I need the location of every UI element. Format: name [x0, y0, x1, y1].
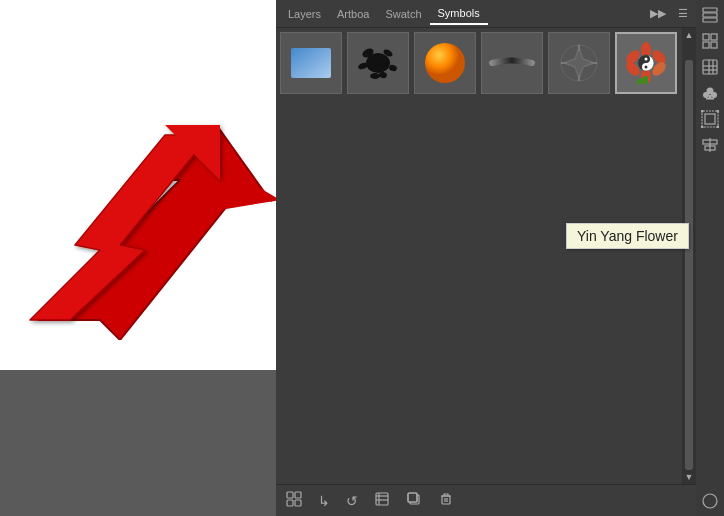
place-symbol-button[interactable]: ↳: [314, 491, 334, 511]
panel-toolbar: ↳ ↺: [276, 484, 696, 516]
circle-tool-button[interactable]: [699, 490, 721, 512]
main-container: Layers Artboa Swatch Symbols ▶▶ ☰: [0, 0, 724, 516]
canvas-area: [0, 0, 276, 516]
symbol-black-splat[interactable]: [347, 32, 409, 94]
svg-rect-46: [703, 8, 717, 12]
svg-point-60: [711, 92, 717, 98]
replace-symbol-button[interactable]: ↺: [342, 491, 362, 511]
far-right-toolbar: [696, 0, 724, 516]
symbols-panel: Layers Artboa Swatch Symbols ▶▶ ☰: [276, 0, 696, 516]
delete-symbol-button[interactable]: [434, 489, 458, 512]
symbol-brush-stroke[interactable]: [481, 32, 543, 94]
tab-swatches[interactable]: Swatch: [377, 4, 429, 24]
symbol-libraries-button[interactable]: [282, 489, 306, 512]
scrollbar[interactable]: ▲ ▼: [682, 28, 696, 484]
svg-marker-20: [564, 48, 594, 78]
svg-rect-49: [703, 34, 709, 40]
red-arrow: [20, 120, 270, 330]
svg-marker-2: [30, 135, 210, 320]
svg-rect-53: [703, 60, 717, 74]
transform-tool-button[interactable]: [699, 108, 721, 130]
break-link-button[interactable]: [370, 489, 394, 512]
svg-rect-6: [291, 48, 331, 78]
svg-rect-32: [287, 492, 293, 498]
svg-point-72: [703, 494, 717, 508]
expand-panels-button[interactable]: ▶▶: [646, 5, 670, 22]
symbol-star-ring[interactable]: [548, 32, 610, 94]
svg-rect-64: [705, 114, 715, 124]
svg-rect-33: [295, 492, 301, 498]
symbol-tooltip: Yin Yang Flower: [566, 223, 689, 249]
symbols-grid-container: ▲ ▼ Yin Yang Flower: [276, 28, 696, 484]
tab-layers[interactable]: Layers: [280, 4, 329, 24]
svg-point-14: [425, 43, 465, 83]
svg-point-31: [645, 66, 648, 69]
svg-rect-48: [703, 18, 717, 22]
align-tool-button[interactable]: [699, 134, 721, 156]
clubs-tool-button[interactable]: [699, 82, 721, 104]
grid-tool-button[interactable]: [699, 56, 721, 78]
svg-rect-62: [706, 98, 714, 100]
panel-menu-button[interactable]: ☰: [674, 5, 692, 22]
svg-point-12: [370, 73, 380, 79]
symbols-grid: [276, 28, 696, 98]
svg-rect-41: [408, 493, 417, 502]
layers-tool-button[interactable]: [699, 4, 721, 26]
svg-rect-50: [711, 34, 717, 40]
svg-point-65: [701, 110, 704, 113]
svg-point-30: [645, 58, 648, 61]
svg-rect-43: [442, 496, 450, 504]
tab-artboards[interactable]: Artboa: [329, 4, 377, 24]
svg-rect-52: [711, 42, 717, 48]
symbol-brush-gradient[interactable]: [280, 32, 342, 94]
svg-rect-51: [703, 42, 709, 48]
artboard-tool-button[interactable]: [699, 30, 721, 52]
svg-rect-36: [376, 493, 388, 505]
svg-rect-47: [703, 13, 717, 17]
arrow-indicator: [20, 120, 276, 340]
tab-symbols[interactable]: Symbols: [430, 3, 488, 25]
symbol-orange-sphere[interactable]: [414, 32, 476, 94]
svg-point-59: [703, 92, 709, 98]
svg-point-66: [717, 110, 720, 113]
svg-rect-34: [287, 500, 293, 506]
panel-tabs: Layers Artboa Swatch Symbols ▶▶ ☰: [276, 0, 696, 28]
svg-point-67: [701, 126, 704, 129]
symbol-yin-yang-flower[interactable]: [615, 32, 677, 94]
duplicate-symbol-button[interactable]: [402, 489, 426, 512]
svg-point-68: [717, 126, 720, 129]
svg-rect-35: [295, 500, 301, 506]
panel-tab-controls: ▶▶ ☰: [646, 5, 692, 22]
